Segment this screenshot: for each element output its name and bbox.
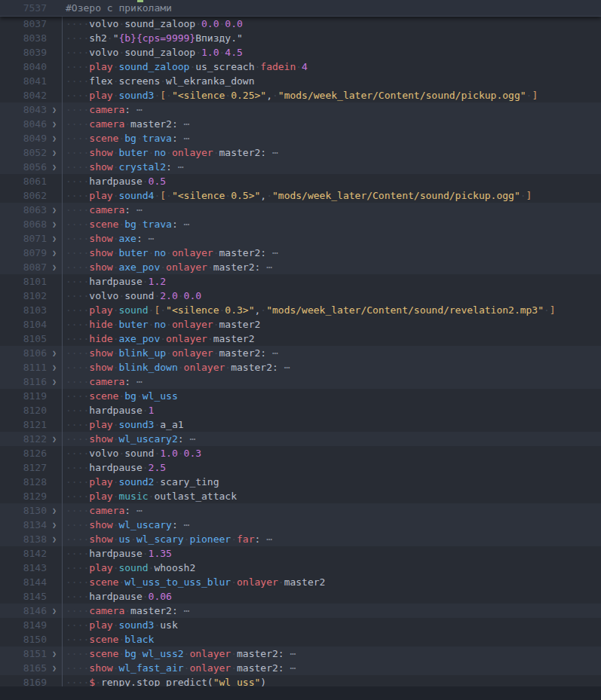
line-number[interactable]: 8071 (0, 231, 47, 246)
folded-region-ellipsis[interactable]: ⋯ (260, 533, 272, 545)
folded-region-ellipsis[interactable]: ⋯ (284, 648, 296, 659)
code-line[interactable]: 8127····hardpause·2.5 (0, 460, 601, 475)
folded-region-ellipsis[interactable]: ⋯ (130, 104, 143, 115)
line-number[interactable]: 8116 (0, 374, 47, 389)
code-line[interactable]: 8149····play·sound3·usk (0, 618, 601, 632)
code-line[interactable]: 8068❯····scene·bg·trava: ⋯ (0, 217, 601, 231)
folded-region-ellipsis[interactable]: ⋯ (284, 662, 296, 674)
code-line[interactable]: 8079❯····show·buter·no·onlayer·master2: … (0, 246, 601, 260)
code-content[interactable]: ····scene·bg·trava: ⋯ (62, 217, 601, 231)
code-line[interactable]: 8046❯····camera·master2: ⋯ (0, 117, 601, 131)
code-line[interactable]: 8145····hardpause·0.06 (0, 589, 601, 604)
code-line[interactable]: 8106❯····show·blink_up·onlayer·master2: … (0, 346, 601, 360)
code-content[interactable]: ····play·sound·[·"<silence·0.3>",·"mods/… (62, 303, 601, 317)
folded-region-ellipsis[interactable]: ⋯ (266, 247, 278, 258)
code-line[interactable]: 8134❯····show·wl_uscary: ⋯ (0, 518, 601, 532)
line-number[interactable]: 8143 (0, 561, 47, 575)
line-number[interactable]: 8049 (0, 131, 47, 145)
line-number[interactable]: 8130 (0, 503, 47, 518)
code-content[interactable]: ····show·blink_up·onlayer·master2: ⋯ (62, 346, 601, 360)
code-content[interactable]: ····scene·bg·wl_uss2·onlayer·master2: ⋯ (62, 647, 601, 661)
code-content[interactable]: ····show·wl_uscary: ⋯ (62, 518, 601, 532)
code-line[interactable]: 8071❯····show·axe: ⋯ (0, 231, 601, 246)
code-line[interactable]: 8102····volvo·sound·2.0·0.0 (0, 289, 601, 303)
code-content[interactable]: ····volvo·sound·2.0·0.0 (62, 289, 601, 303)
code-editor[interactable]: 7537 #Озеро с приколами 8037····volvo·so… (0, 0, 601, 700)
line-number[interactable]: 8134 (0, 518, 47, 532)
code-content[interactable]: ····hardpause·0.06 (62, 589, 601, 604)
fold-chevron-icon[interactable]: ❯ (47, 160, 62, 174)
code-line[interactable]: 8151❯····scene·bg·wl_uss2·onlayer·master… (0, 647, 601, 661)
code-content[interactable]: ····play·sound·whoosh2 (62, 561, 601, 575)
line-number[interactable]: 8087 (0, 260, 47, 274)
code-content[interactable]: ····scene·bg·wl_uss (62, 389, 601, 403)
code-line[interactable]: 8056❯····show·crystal2: ⋯ (0, 160, 601, 174)
code-line[interactable]: 8039····volvo·sound_zaloop·1.0·4.5 (0, 45, 601, 60)
fold-chevron-icon[interactable]: ❯ (47, 604, 62, 618)
code-content[interactable]: ····show·wl_uscary2: ⋯ (62, 432, 601, 446)
line-number[interactable]: 8145 (0, 589, 47, 604)
line-number[interactable]: 8068 (0, 217, 47, 231)
line-number[interactable]: 8037 (0, 17, 47, 31)
folded-region-ellipsis[interactable]: ⋯ (178, 605, 190, 616)
code-line[interactable]: 8049❯····scene·bg·trava: ⋯ (0, 131, 601, 145)
code-line[interactable]: 8120····hardpause·1 (0, 403, 601, 417)
code-content[interactable]: ····show·blink_down·onlayer·master2: ⋯ (62, 360, 601, 374)
code-line[interactable]: 8104····hide·buter·no·onlayer·master2 (0, 317, 601, 332)
code-line[interactable]: 8165❯····show·wl_fast_air·onlayer·master… (0, 661, 601, 675)
line-number[interactable]: 8105 (0, 332, 47, 346)
code-line[interactable]: 8144····scene·wl_uss_to_uss_blur·onlayer… (0, 575, 601, 589)
code-content[interactable]: ····camera·master2: ⋯ (62, 604, 601, 618)
line-number[interactable]: 8101 (0, 274, 47, 289)
code-content[interactable]: ····hide·buter·no·onlayer·master2 (62, 317, 601, 332)
folded-region-ellipsis[interactable]: ⋯ (143, 233, 155, 244)
line-number[interactable]: 8103 (0, 303, 47, 317)
fold-chevron-icon[interactable]: ❯ (47, 503, 62, 518)
code-line[interactable]: 8119····scene·bg·wl_uss (0, 389, 601, 403)
code-content[interactable]: ····sh2·"{b}{cps=9999}Впизду." (62, 31, 601, 45)
code-content[interactable]: ····volvo·sound_zaloop·0.0·0.0 (62, 17, 601, 31)
fold-chevron-icon[interactable]: ❯ (47, 360, 62, 374)
code-content[interactable]: ····show·buter·no·onlayer·master2: ⋯ (62, 145, 601, 160)
line-number[interactable]: 8052 (0, 145, 47, 160)
code-content[interactable]: ····show·crystal2: ⋯ (62, 160, 601, 174)
code-line[interactable]: 8105····hide·axe_pov·onlayer·master2 (0, 332, 601, 346)
folded-region-ellipsis[interactable]: ⋯ (172, 161, 184, 173)
fold-chevron-icon[interactable]: ❯ (47, 217, 62, 231)
folded-region-ellipsis[interactable]: ⋯ (178, 133, 190, 144)
code-line[interactable]: 8101····hardpause·1.2 (0, 274, 601, 289)
code-content[interactable]: ····volvo·sound·1.0·0.3 (62, 446, 601, 460)
code-line[interactable]: 8061····hardpause·0.5 (0, 174, 601, 188)
code-content[interactable]: ····play·sound3·usk (62, 618, 601, 632)
fold-chevron-icon[interactable]: ❯ (47, 131, 62, 145)
code-content[interactable]: ····hardpause·1.35 (62, 546, 601, 561)
folded-region-ellipsis[interactable]: ⋯ (130, 505, 143, 516)
folded-region-ellipsis[interactable]: ⋯ (178, 219, 190, 230)
code-line[interactable]: 8103····play·sound·[·"<silence·0.3>",·"m… (0, 303, 601, 317)
line-number[interactable]: 8138 (0, 532, 47, 546)
folded-region-ellipsis[interactable]: ⋯ (266, 347, 278, 359)
fold-chevron-icon[interactable]: ❯ (47, 647, 62, 661)
code-line[interactable]: 8038····sh2·"{b}{cps=9999}Впизду." (0, 31, 601, 45)
line-number[interactable]: 8041 (0, 74, 47, 88)
fold-chevron-icon[interactable]: ❯ (47, 260, 62, 274)
fold-chevron-icon[interactable]: ❯ (47, 374, 62, 389)
line-number[interactable]: 8144 (0, 575, 47, 589)
line-number[interactable]: 8126 (0, 446, 47, 460)
code-content[interactable]: ····camera: ⋯ (62, 102, 601, 117)
sticky-scroll-header[interactable]: 7537 #Озеро с приколами (0, 0, 601, 17)
line-number[interactable]: 8061 (0, 174, 47, 188)
code-content[interactable]: ····camera: ⋯ (62, 503, 601, 518)
code-content[interactable]: ····play·sound_zaloop·us_screach·fadein·… (62, 60, 601, 74)
line-number[interactable]: 8104 (0, 317, 47, 332)
folded-region-ellipsis[interactable]: ⋯ (184, 433, 196, 445)
code-line[interactable]: 8130❯····camera: ⋯ (0, 503, 601, 518)
code-line[interactable]: 8052❯····show·buter·no·onlayer·master2: … (0, 145, 601, 160)
code-line[interactable]: 8129····play·music·outlast_attack (0, 489, 601, 503)
fold-chevron-icon[interactable]: ❯ (47, 661, 62, 675)
code-content[interactable]: ····camera: ⋯ (62, 203, 601, 217)
code-line[interactable]: 8042····play·sound3·[·"<silence·0.25>",·… (0, 88, 601, 102)
line-number[interactable]: 8142 (0, 546, 47, 561)
line-number[interactable]: 8120 (0, 403, 47, 417)
line-number[interactable]: 8150 (0, 632, 47, 647)
